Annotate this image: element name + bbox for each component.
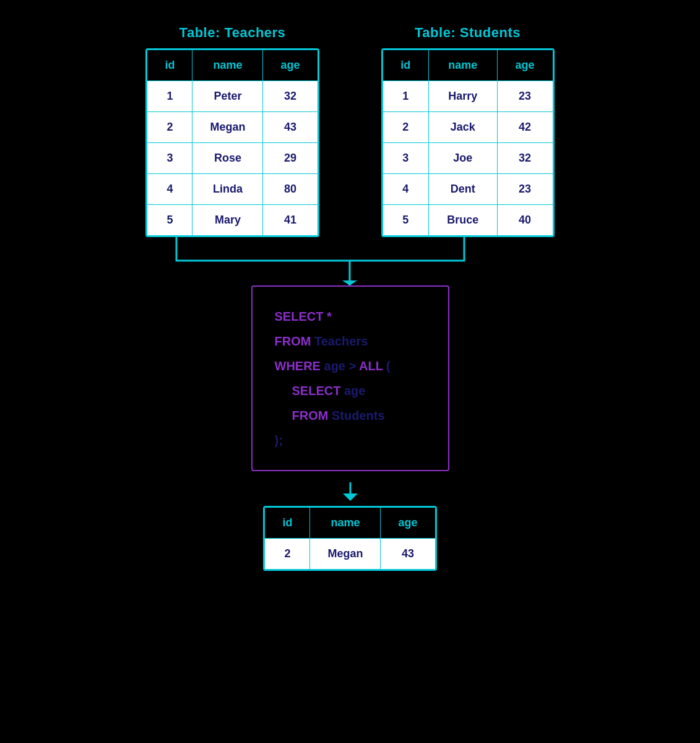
sql-where-kw: WHERE: [275, 359, 321, 373]
sql-section: SELECT * FROM Teachers WHERE age > ALL (…: [251, 285, 449, 471]
result-col-age: age: [381, 508, 435, 539]
table-row: 4: [147, 174, 192, 205]
table-row: 4: [382, 174, 429, 205]
table-row: 1: [382, 81, 429, 112]
table-row: 40: [497, 205, 553, 236]
table-row: 23: [497, 174, 553, 205]
result-col-id: id: [265, 508, 310, 539]
table-row: Megan: [310, 539, 381, 570]
table-row: 3: [147, 143, 192, 174]
table-row: 1: [147, 81, 192, 112]
teachers-col-age: age: [263, 50, 318, 81]
students-title: Table: Students: [415, 25, 521, 41]
table-row: Harry: [429, 81, 497, 112]
students-section: Table: Students id name age 1Harry232Jac…: [381, 25, 555, 237]
sql-box: SELECT * FROM Teachers WHERE age > ALL (…: [251, 285, 449, 471]
table-row: 5: [382, 205, 429, 236]
table-row: 32: [497, 143, 553, 174]
table-row: 80: [263, 174, 318, 205]
sql-select2-age: age: [340, 384, 365, 398]
main-container: Table: Teachers id name age 1Peter322Meg…: [0, 25, 700, 571]
table-row: 2: [382, 112, 429, 143]
sql-select2-kw: SELECT: [292, 384, 341, 398]
table-row: 43: [263, 112, 318, 143]
sql-from2-students: Students: [328, 409, 384, 422]
table-row: Mary: [192, 205, 263, 236]
arrow-to-result: [342, 482, 359, 501]
sql-from2-kw: FROM: [292, 409, 329, 422]
table-row: 3: [382, 143, 429, 174]
table-row: 32: [263, 81, 318, 112]
table-row: Joe: [429, 143, 497, 174]
sql-line2: FROM Teachers: [275, 329, 426, 354]
svg-marker-2: [343, 493, 358, 501]
sql-select-kw: SELECT: [275, 310, 324, 323]
students-table: id name age 1Harry232Jack423Joe324Dent23…: [381, 48, 555, 237]
sql-line3: WHERE age > ALL (: [275, 354, 426, 378]
table-row: Rose: [192, 143, 263, 174]
sql-all-kw: ALL: [359, 359, 383, 373]
connector-area: [0, 236, 700, 285]
teachers-col-id: id: [147, 50, 192, 81]
table-row: 2: [265, 539, 310, 570]
result-table: id name age 2Megan43: [263, 506, 436, 571]
teachers-col-name: name: [192, 50, 263, 81]
connector-svg: [0, 236, 700, 285]
sql-open-paren: (: [383, 359, 391, 373]
teachers-section: Table: Teachers id name age 1Peter322Meg…: [145, 25, 319, 237]
table-row: 29: [263, 143, 318, 174]
table-row: Linda: [192, 174, 263, 205]
table-row: 42: [497, 112, 553, 143]
sql-close-paren: );: [275, 433, 283, 447]
table-row: Peter: [192, 81, 263, 112]
students-col-id: id: [382, 50, 429, 81]
table-row: 41: [263, 205, 318, 236]
sql-from-teachers: Teachers: [311, 334, 368, 348]
svg-marker-0: [342, 280, 357, 285]
table-row: 5: [147, 205, 192, 236]
result-section: id name age 2Megan43: [263, 506, 436, 571]
sql-select-star: *: [323, 310, 331, 323]
teachers-table: id name age 1Peter322Megan433Rose294Lind…: [145, 48, 319, 237]
table-row: 2: [147, 112, 192, 143]
sql-from-kw: FROM: [275, 334, 311, 348]
sql-line4: SELECT age: [275, 378, 426, 403]
students-col-age: age: [497, 50, 553, 81]
result-col-name: name: [310, 508, 381, 539]
table-row: Megan: [192, 112, 263, 143]
sql-line5: FROM Students: [275, 403, 426, 428]
table-row: 43: [381, 539, 435, 570]
tables-row: Table: Teachers id name age 1Peter322Meg…: [0, 25, 700, 237]
teachers-title: Table: Teachers: [179, 25, 286, 41]
table-row: Jack: [429, 112, 497, 143]
table-row: 23: [497, 81, 553, 112]
sql-line6: );: [275, 428, 426, 453]
table-row: Dent: [429, 174, 497, 205]
sql-line1: SELECT *: [275, 304, 426, 329]
students-col-name: name: [429, 50, 497, 81]
table-row: Bruce: [429, 205, 497, 236]
sql-where-cond: age >: [321, 359, 359, 373]
